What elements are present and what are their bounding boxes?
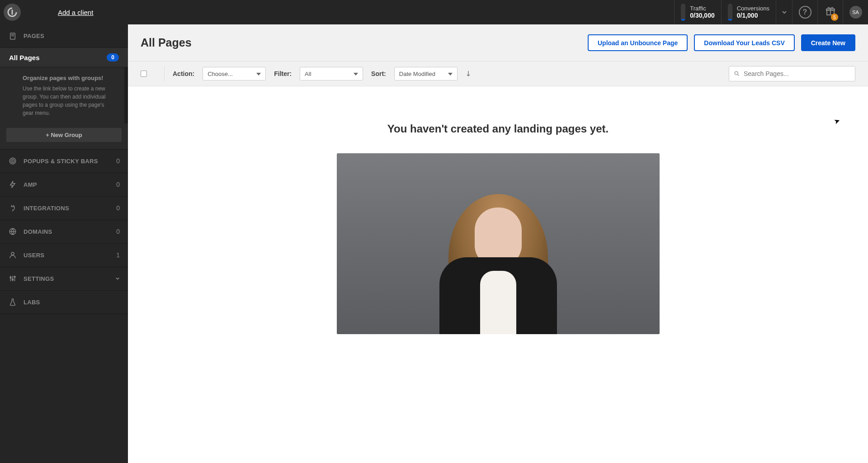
create-new-button[interactable]: Create New xyxy=(801,34,855,51)
sliders-icon xyxy=(8,274,17,283)
sidebar: PAGES All Pages 0 Organize pages with gr… xyxy=(0,24,128,463)
search-wrap[interactable] xyxy=(729,66,855,81)
brand-logo[interactable] xyxy=(4,4,21,21)
toolbar-divider xyxy=(164,66,165,81)
sidebar-item-popups-sticky-bars[interactable]: POPUPS & STICKY BARS0 xyxy=(0,150,128,173)
sort-select-value: Date Modified xyxy=(399,71,435,77)
sidebar-item-count: 1 xyxy=(116,251,120,259)
sidebar-item-label: INTEGRATIONS xyxy=(24,205,116,212)
bolt-icon xyxy=(8,180,17,189)
sidebar-item-count: 0 xyxy=(116,228,120,235)
toolbar: Action: Choose... Filter: All Sort: Date… xyxy=(128,61,868,86)
help-icon: ? xyxy=(799,6,811,19)
sidebar-item-count: 0 xyxy=(116,157,120,165)
sidebar-all-pages[interactable]: All Pages 0 xyxy=(0,48,128,67)
sidebar-item-domains[interactable]: DOMAINS0 xyxy=(0,220,128,244)
gift-badge: 5 xyxy=(831,14,838,21)
conversions-bar-icon xyxy=(728,4,732,21)
select-all-checkbox[interactable] xyxy=(141,71,147,77)
arrow-down-icon xyxy=(466,71,471,77)
traffic-value: 0/30,000 xyxy=(690,12,715,19)
action-select[interactable]: Choose... xyxy=(203,67,266,80)
action-select-value: Choose... xyxy=(208,71,233,77)
sidebar-tip-text: Use the link below to create a new group… xyxy=(23,85,115,117)
topbar: Add a client Traffic 0/30,000 Conversion… xyxy=(0,0,868,24)
avatar-button[interactable]: SA xyxy=(843,0,868,24)
traffic-metric: Traffic 0/30,000 xyxy=(674,0,721,24)
filter-select[interactable]: All xyxy=(300,67,363,80)
user-icon xyxy=(8,250,17,260)
chevron-down-icon xyxy=(782,9,787,15)
video-thumbnail-illustration xyxy=(421,180,575,334)
avatar: SA xyxy=(849,6,862,19)
sidebar-item-label: LABS xyxy=(24,299,120,306)
gift-button[interactable]: 5 xyxy=(817,0,843,24)
new-group-button[interactable]: + New Group xyxy=(6,128,122,142)
sidebar-item-count: 0 xyxy=(116,204,120,212)
sidebar-item-amp[interactable]: AMP0 xyxy=(0,173,128,197)
help-button[interactable]: ? xyxy=(792,0,817,24)
main-content: All Pages Upload an Unbounce Page Downlo… xyxy=(128,24,868,463)
conversions-metric: Conversions 0/1,000 xyxy=(721,0,776,24)
traffic-label: Traffic xyxy=(690,5,715,12)
filter-label: Filter: xyxy=(274,70,292,77)
search-input[interactable] xyxy=(744,70,850,77)
conversions-value: 0/1,000 xyxy=(737,12,769,19)
sidebar-item-labs[interactable]: LABS xyxy=(0,291,128,314)
sidebar-item-count: 0 xyxy=(116,181,120,188)
sort-direction-button[interactable] xyxy=(466,71,471,77)
sort-label: Sort: xyxy=(371,70,386,77)
sidebar-all-pages-label: All Pages xyxy=(9,54,107,61)
svg-line-17 xyxy=(738,75,739,76)
svg-point-16 xyxy=(735,71,738,75)
sidebar-tip: Organize pages with groups! Use the link… xyxy=(0,67,128,123)
action-label: Action: xyxy=(173,70,194,77)
add-client-link[interactable]: Add a client xyxy=(58,9,93,16)
search-icon xyxy=(734,71,740,77)
svg-point-7 xyxy=(12,161,13,161)
sidebar-item-integrations[interactable]: INTEGRATIONS0 xyxy=(0,197,128,220)
conversions-label: Conversions xyxy=(737,5,769,12)
sidebar-all-pages-count: 0 xyxy=(107,53,119,61)
page-title: All Pages xyxy=(141,36,581,49)
sort-select[interactable]: Date Modified xyxy=(394,67,458,80)
download-leads-button[interactable]: Download Your Leads CSV xyxy=(694,34,794,51)
target-icon xyxy=(8,156,17,165)
svg-point-9 xyxy=(11,252,14,255)
sidebar-item-label: POPUPS & STICKY BARS xyxy=(24,158,116,165)
sidebar-tip-title: Organize pages with groups! xyxy=(23,74,115,83)
filter-select-value: All xyxy=(305,71,311,77)
intro-video[interactable] xyxy=(337,153,660,334)
sidebar-item-label: SETTINGS xyxy=(24,275,115,282)
logo-icon xyxy=(7,7,17,17)
sidebar-item-settings[interactable]: SETTINGS xyxy=(0,267,128,291)
sidebar-newgroup-wrap: + New Group xyxy=(0,123,128,150)
sidebar-item-label: USERS xyxy=(24,252,116,259)
chevron-down-icon xyxy=(115,275,120,282)
sidebar-item-label: DOMAINS xyxy=(24,228,116,235)
empty-message: You haven't created any landing pages ye… xyxy=(137,123,859,135)
upload-button[interactable]: Upload an Unbounce Page xyxy=(588,34,688,51)
plug-icon xyxy=(8,203,17,213)
sidebar-item-label: AMP xyxy=(24,181,116,188)
sidebar-item-users[interactable]: USERS1 xyxy=(0,244,128,267)
metrics-dropdown[interactable] xyxy=(776,0,792,24)
pages-icon xyxy=(8,32,17,41)
sidebar-pages[interactable]: PAGES xyxy=(0,24,128,48)
empty-state: You haven't created any landing pages ye… xyxy=(128,86,868,352)
traffic-bar-icon xyxy=(681,4,685,21)
globe-icon xyxy=(8,227,17,236)
sidebar-pages-label: PAGES xyxy=(24,33,120,39)
main-header: All Pages Upload an Unbounce Page Downlo… xyxy=(128,24,868,61)
flask-icon xyxy=(8,298,17,307)
